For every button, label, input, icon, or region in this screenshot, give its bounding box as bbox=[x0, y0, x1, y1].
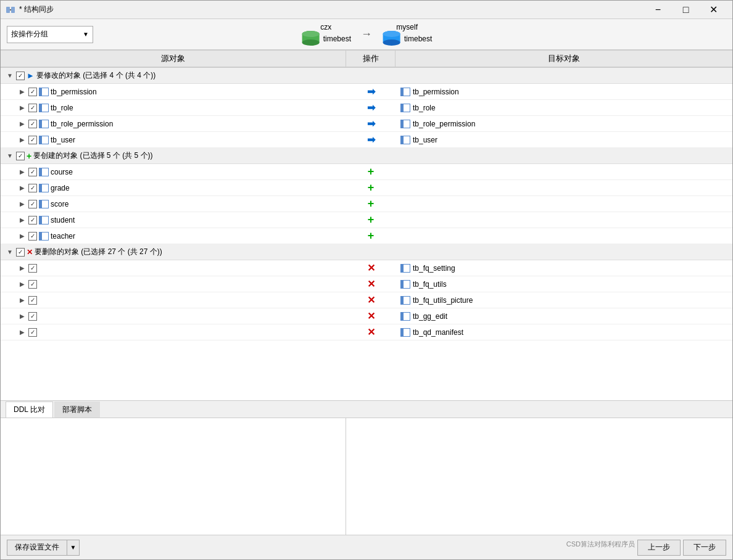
footer-right-buttons: CSD算法对陈利程序员 上一步 下一步 bbox=[566, 540, 726, 556]
expand-icon[interactable]: ▶ bbox=[18, 200, 27, 208]
checkbox-student[interactable] bbox=[28, 216, 37, 224]
checkbox-tb_fq_utils[interactable] bbox=[28, 280, 37, 289]
next-step-button[interactable]: 下一步 bbox=[683, 540, 726, 556]
table-row[interactable]: ▶ ✕ tb_qd_manifest bbox=[1, 324, 732, 340]
expand-icon-delete[interactable]: ▼ bbox=[6, 248, 14, 257]
object-name-grade: grade bbox=[51, 184, 70, 192]
footer: 保存设置文件 ▼ CSD算法对陈利程序员 上一步 下一步 bbox=[1, 535, 732, 559]
table-icon-teacher bbox=[39, 232, 49, 241]
checkbox-tb_fq_setting[interactable] bbox=[28, 264, 37, 273]
group-source-delete: ▼ ✕ 要删除的对象 (已选择 27 个 (共 27 个)) bbox=[3, 247, 346, 257]
table-icon-target-tb_role bbox=[400, 104, 410, 112]
save-button-group: 保存设置文件 ▼ bbox=[7, 540, 80, 556]
source-connection: czx timebest bbox=[301, 23, 351, 46]
expand-icon[interactable]: ▶ bbox=[18, 168, 27, 176]
expand-icon[interactable]: ▶ bbox=[18, 88, 27, 96]
checkbox-teacher[interactable] bbox=[28, 232, 37, 241]
table-row[interactable]: ▶ student + bbox=[1, 212, 732, 228]
checkbox-tb_user[interactable] bbox=[28, 136, 37, 144]
table-icon-target-tb_qd_manifest bbox=[400, 328, 410, 337]
expand-icon[interactable]: ▶ bbox=[18, 104, 27, 112]
save-settings-dropdown-button[interactable]: ▼ bbox=[67, 540, 80, 556]
expand-icon[interactable]: ▶ bbox=[18, 312, 27, 321]
checkbox-course[interactable] bbox=[28, 168, 37, 176]
app-icon bbox=[6, 5, 15, 15]
group-select-dropdown[interactable]: 按操作分组 ▼ bbox=[7, 26, 93, 43]
object-name-tb_role: tb_role bbox=[51, 104, 73, 112]
col-target-header: 目标对象 bbox=[395, 51, 732, 67]
table-icon-target-tb_gg_edit bbox=[400, 312, 410, 321]
checkbox-tb_fq_utils_picture[interactable] bbox=[28, 296, 37, 305]
window-title: * 结构同步 bbox=[19, 4, 54, 15]
close-button[interactable]: ✕ bbox=[700, 1, 727, 19]
plus-icon: + bbox=[368, 229, 375, 242]
expand-icon[interactable]: ▶ bbox=[18, 216, 27, 224]
cross-icon: ✕ bbox=[367, 278, 375, 290]
table-icon-target-tb_role_permission bbox=[400, 120, 410, 128]
table-row[interactable]: ▶ teacher + bbox=[1, 228, 732, 244]
checkbox-tb_role[interactable] bbox=[28, 104, 37, 112]
table-row[interactable]: ▶ tb_role_permission ➡ tb_role_permissio… bbox=[1, 116, 732, 132]
minimize-button[interactable]: − bbox=[644, 1, 672, 19]
group-select-label: 按操作分组 bbox=[11, 29, 48, 39]
main-window: * 结构同步 − □ ✕ 按操作分组 ▼ czx bbox=[0, 0, 733, 560]
checkbox-tb_gg_edit[interactable] bbox=[28, 312, 37, 321]
expand-icon[interactable]: ▶ bbox=[18, 264, 27, 273]
maximize-button[interactable]: □ bbox=[672, 1, 700, 19]
table-row[interactable]: ▶ tb_permission ➡ tb_permission bbox=[1, 84, 732, 100]
plus-icon: + bbox=[368, 181, 375, 194]
table-row[interactable]: ▶ course + bbox=[1, 164, 732, 180]
action-course: + bbox=[346, 165, 395, 178]
expand-icon[interactable]: ▶ bbox=[18, 136, 27, 144]
svg-rect-1 bbox=[11, 7, 15, 13]
expand-icon-modify[interactable]: ▼ bbox=[6, 72, 14, 80]
row-source-tb_role: ▶ tb_role bbox=[3, 104, 346, 112]
row-source-tb_fq_utils_picture: ▶ bbox=[3, 296, 346, 305]
chevron-down-icon: ▼ bbox=[83, 31, 89, 38]
table-row[interactable]: ▶ tb_user ➡ tb_user bbox=[1, 132, 732, 148]
table-row[interactable]: ▶ tb_role ➡ tb_role bbox=[1, 100, 732, 116]
target-tb_fq_setting: tb_fq_setting bbox=[395, 264, 730, 273]
expand-icon[interactable]: ▶ bbox=[18, 280, 27, 289]
target-name-tb_user: tb_user bbox=[413, 136, 437, 144]
prev-step-button[interactable]: 上一步 bbox=[637, 540, 681, 556]
checkbox-score[interactable] bbox=[28, 200, 37, 208]
checkbox-delete[interactable] bbox=[16, 248, 25, 257]
checkbox-tb_role_permission[interactable] bbox=[28, 120, 37, 128]
table-row[interactable]: ▶ ✕ tb_fq_utils_picture bbox=[1, 292, 732, 308]
target-name-tb_fq_utils: tb_fq_utils bbox=[413, 280, 447, 289]
checkbox-tb_permission[interactable] bbox=[28, 88, 37, 96]
cross-icon: ✕ bbox=[367, 326, 375, 338]
expand-icon[interactable]: ▶ bbox=[18, 296, 27, 305]
table-row[interactable]: ▶ grade + bbox=[1, 180, 732, 196]
group-row-create[interactable]: ▼ + 要创建的对象 (已选择 5 个 (共 5 个)) bbox=[1, 148, 732, 164]
table-row[interactable]: ▶ ✕ tb_fq_setting bbox=[1, 260, 732, 276]
checkbox-tb_qd_manifest[interactable] bbox=[28, 328, 37, 337]
action-tb_fq_utils_picture: ✕ bbox=[346, 294, 395, 306]
group-row-modify[interactable]: ▼ ► 要修改的对象 (已选择 4 个 (共 4 个)) bbox=[1, 68, 732, 84]
action-tb_role: ➡ bbox=[346, 102, 395, 113]
checkbox-create[interactable] bbox=[16, 152, 25, 160]
save-settings-button[interactable]: 保存设置文件 bbox=[7, 540, 67, 556]
tab-ddl-compare[interactable]: DDL 比对 bbox=[6, 401, 53, 418]
table-row[interactable]: ▶ ✕ tb_gg_edit bbox=[1, 308, 732, 324]
table-row[interactable]: ▶ ✕ tb_fq_utils bbox=[1, 276, 732, 292]
checkbox-modify[interactable] bbox=[16, 72, 25, 80]
table-row[interactable]: ▶ score + bbox=[1, 196, 732, 212]
watermark-text: CSD算法对陈利程序员 bbox=[566, 540, 635, 556]
bottom-panel-right bbox=[346, 418, 732, 535]
expand-icon-create[interactable]: ▼ bbox=[6, 152, 14, 160]
expand-icon[interactable]: ▶ bbox=[18, 232, 27, 241]
main-content: 源对象 操作 目标对象 ▼ ► 要修改的对象 (已选择 4 个 (共 4 个)) bbox=[1, 50, 732, 535]
table-icon-student bbox=[39, 216, 49, 224]
target-name-tb_fq_setting: tb_fq_setting bbox=[413, 264, 455, 273]
expand-icon[interactable]: ▶ bbox=[18, 120, 27, 128]
object-name-student: student bbox=[51, 216, 75, 224]
row-source-tb_user: ▶ tb_user bbox=[3, 136, 346, 144]
tab-deploy-script[interactable]: 部署脚本 bbox=[54, 401, 100, 418]
expand-icon[interactable]: ▶ bbox=[18, 328, 27, 337]
group-row-delete[interactable]: ▼ ✕ 要删除的对象 (已选择 27 个 (共 27 个)) bbox=[1, 244, 732, 260]
table-body[interactable]: ▼ ► 要修改的对象 (已选择 4 个 (共 4 个)) ▶ tb_permis… bbox=[1, 68, 732, 400]
expand-icon[interactable]: ▶ bbox=[18, 184, 27, 192]
checkbox-grade[interactable] bbox=[28, 184, 37, 192]
